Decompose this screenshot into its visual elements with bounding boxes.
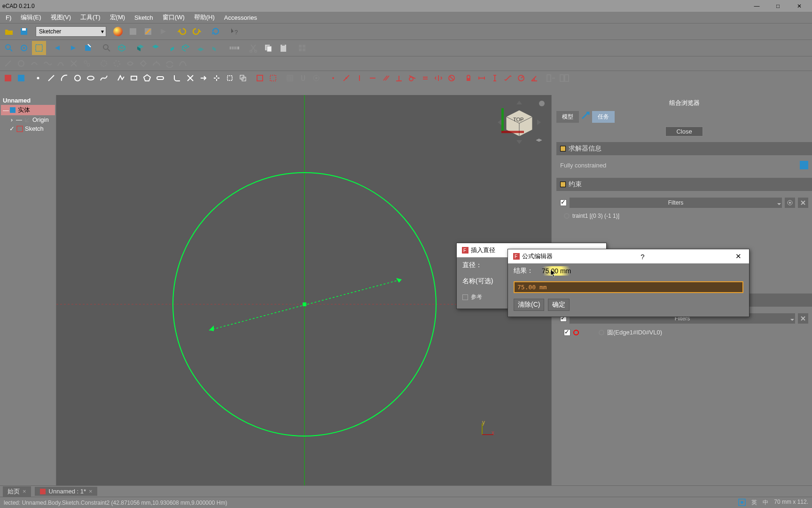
cx-lock-icon[interactable] — [462, 72, 475, 84]
fit-all-icon[interactable] — [2, 41, 16, 55]
element-checkbox[interactable] — [564, 329, 570, 336]
extra-1-icon[interactable] — [2, 57, 14, 70]
close-button[interactable]: ✕ — [733, 252, 744, 261]
paste-icon[interactable] — [276, 41, 290, 55]
view-sketch-icon[interactable] — [15, 72, 27, 84]
cx-perpendicular-icon[interactable] — [393, 72, 405, 84]
tab-tasks[interactable]: 任务 — [592, 111, 615, 123]
zoom-box-icon[interactable] — [32, 41, 46, 55]
nav-link-icon[interactable] — [81, 41, 95, 55]
ok-button[interactable]: 确定 — [548, 299, 570, 311]
extra-11-icon[interactable] — [137, 57, 149, 70]
doc-tab-unnamed[interactable]: Unnamed : 1* × — [35, 487, 97, 496]
minimize-button[interactable]: — — [746, 1, 767, 11]
solver-update-icon[interactable] — [800, 161, 808, 169]
redo-icon[interactable] — [190, 24, 204, 39]
filters-dropdown[interactable]: Filters — [570, 198, 782, 208]
external-icon[interactable] — [224, 72, 236, 84]
extra-7-icon[interactable] — [81, 57, 93, 70]
circle-icon[interactable] — [71, 72, 84, 84]
geom-activate-icon[interactable] — [558, 72, 570, 84]
undo-icon[interactable] — [175, 24, 189, 39]
refresh-icon[interactable] — [209, 24, 223, 39]
extra-3-icon[interactable] — [28, 57, 40, 70]
macro-run-icon[interactable] — [156, 24, 170, 39]
whatsthis-icon[interactable]: ? — [227, 24, 242, 39]
cx-disty-icon[interactable] — [489, 72, 501, 84]
filter-checkbox[interactable] — [560, 199, 567, 206]
extra-10-icon[interactable] — [124, 57, 136, 70]
help-button[interactable]: ? — [638, 253, 647, 261]
doc-tab-start[interactable]: 始页 × — [3, 486, 31, 497]
menu-tools[interactable]: 工具(T) — [76, 12, 105, 23]
cx-angle-icon[interactable] — [528, 72, 540, 84]
split-icon[interactable] — [211, 72, 223, 84]
constraints-section-header[interactable]: 约束 — [556, 178, 812, 191]
menu-macro[interactable]: 宏(M) — [105, 12, 130, 23]
construction2-icon[interactable] — [267, 72, 279, 84]
nav-forward-icon[interactable] — [66, 41, 80, 55]
view-back-icon[interactable] — [179, 41, 193, 55]
fit-selection-icon[interactable] — [17, 41, 31, 55]
arc-icon[interactable] — [58, 72, 70, 84]
formula-input[interactable] — [514, 281, 743, 293]
leave-sketch-icon[interactable] — [2, 72, 14, 84]
geom-select-icon[interactable] — [545, 72, 557, 84]
macro-record-icon[interactable] — [111, 24, 125, 39]
save-icon[interactable] — [17, 24, 31, 39]
maximize-button[interactable]: □ — [767, 1, 789, 11]
close-button[interactable]: Close — [665, 127, 703, 136]
menu-windows[interactable]: 窗口(W) — [158, 12, 189, 23]
zoom-cursor-icon[interactable] — [100, 41, 114, 55]
open-icon[interactable] — [2, 24, 16, 39]
filter-settings-icon[interactable] — [798, 313, 808, 324]
extra-12-icon[interactable] — [150, 57, 163, 70]
polygon-icon[interactable] — [141, 72, 153, 84]
menu-view[interactable]: 视图(V) — [46, 12, 76, 23]
ellipse-icon[interactable] — [85, 72, 97, 84]
cx-equal-icon[interactable] — [419, 72, 431, 84]
cx-symmetric-icon[interactable] — [432, 72, 445, 84]
copy-icon[interactable] — [261, 41, 275, 55]
close-icon[interactable]: × — [89, 488, 93, 495]
menu-help[interactable]: 帮助(H) — [189, 12, 219, 23]
cx-pointon-icon[interactable] — [340, 72, 352, 84]
nav-cube[interactable]: TOP — [491, 98, 547, 154]
extra-8-icon[interactable] — [98, 57, 110, 70]
close-window-button[interactable]: ✕ — [789, 1, 810, 11]
tree-sketch[interactable]: ✓ Sketch — [1, 124, 55, 133]
cx-vertical-icon[interactable] — [353, 72, 366, 84]
tree-body[interactable]: — 实体 — [1, 105, 55, 115]
tab-model[interactable]: 模型 — [556, 111, 579, 123]
cx-radius-icon[interactable] — [515, 72, 527, 84]
body-icon[interactable] — [295, 41, 309, 55]
close-icon[interactable]: × — [23, 488, 26, 495]
extra-13-icon[interactable] — [164, 57, 176, 70]
formula-editor-dialog[interactable]: F 公式编辑器 ? ✕ 结果： 75.00 mm 清除(C) 确定 — [508, 249, 750, 317]
trim-icon[interactable] — [184, 72, 196, 84]
cx-tangent-icon[interactable] — [406, 72, 418, 84]
view-right-icon[interactable] — [164, 41, 178, 55]
construction-icon[interactable] — [254, 72, 266, 84]
workbench-selector[interactable]: Sketcher — [36, 26, 106, 37]
macro-stop-icon[interactable] — [126, 24, 140, 39]
expand-icon[interactable]: › — [9, 116, 14, 123]
menu-file[interactable]: F) — [1, 13, 16, 23]
cx-dist-icon[interactable] — [502, 72, 514, 84]
dialog-titlebar[interactable]: F 公式编辑器 ? ✕ — [508, 249, 749, 263]
cx-parallel-icon[interactable] — [380, 72, 392, 84]
menu-accessories[interactable]: Accessories — [219, 13, 262, 23]
cx-distx-icon[interactable] — [476, 72, 488, 84]
view-iso-icon[interactable] — [115, 41, 129, 55]
carbon-copy-icon[interactable] — [237, 72, 249, 84]
tree-origin[interactable]: › — Origin — [1, 115, 55, 124]
menu-edit[interactable]: 编辑(E) — [16, 12, 46, 23]
measure-icon[interactable] — [227, 41, 242, 55]
view-left-icon[interactable] — [209, 41, 223, 55]
clear-button[interactable]: 清除(C) — [514, 299, 544, 311]
filter-visibility-icon[interactable] — [785, 198, 795, 208]
extra-6-icon[interactable] — [68, 57, 80, 70]
slot-icon[interactable] — [154, 72, 166, 84]
element-row[interactable]: 圆(Edge1#ID0#VL0) — [560, 326, 808, 339]
constraint-row[interactable]: traint1 [(0 3) (-1 1)] — [560, 211, 808, 221]
